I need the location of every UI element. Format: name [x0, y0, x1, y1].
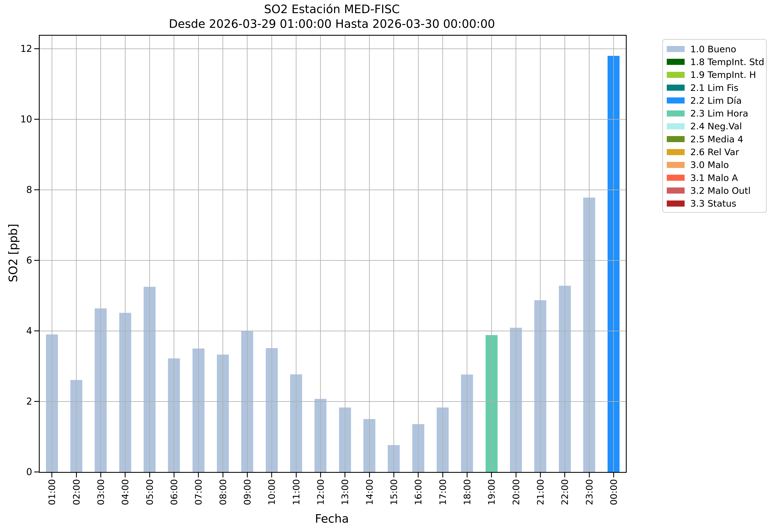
legend-swatch [667, 110, 685, 117]
legend-label: 2.3 Lim Hora [690, 108, 748, 118]
x-tick-21:00 [540, 473, 541, 477]
legend-label: 3.0 Malo [690, 160, 729, 170]
x-tick-04:00 [125, 473, 126, 477]
x-tick-23:00 [589, 473, 590, 477]
x-grid-line-17:00 [442, 36, 443, 472]
x-grid-line-23:00 [589, 36, 590, 472]
x-tick-12:00 [320, 473, 321, 477]
x-tick-label-06:00: 06:00 [169, 479, 179, 505]
x-tick-label-19:00: 19:00 [486, 479, 497, 505]
x-tick-label-23:00: 23:00 [584, 479, 595, 505]
x-tick-00:00 [613, 473, 614, 477]
y-tick-6 [34, 260, 39, 261]
y-tick-label-10: 10 [3, 114, 32, 125]
legend-label: 2.4 Neg.Val [690, 121, 742, 131]
legend-label: 2.2 Lim Día [690, 96, 742, 106]
x-tick-label-12:00: 12:00 [315, 479, 326, 505]
legend-label: 2.1 Lim Fis [690, 83, 738, 93]
x-grid-line-20:00 [516, 36, 516, 472]
x-tick-17:00 [442, 473, 443, 477]
y-tick-label-8: 8 [3, 184, 32, 195]
x-grid-line-00:00 [613, 36, 614, 472]
x-tick-label-21:00: 21:00 [535, 479, 546, 505]
y-tick-label-12: 12 [3, 43, 32, 54]
x-tick-10:00 [271, 473, 272, 477]
x-grid-line-07:00 [198, 36, 199, 472]
x-tick-05:00 [149, 473, 150, 477]
x-tick-label-09:00: 09:00 [242, 479, 253, 505]
legend-swatch [667, 59, 685, 65]
legend-swatch [667, 46, 685, 52]
legend-label: 3.3 Status [690, 198, 736, 208]
legend-swatch [667, 97, 685, 104]
legend-item-2.1-lim-fis: 2.1 Lim Fis [667, 81, 762, 94]
legend: 1.0 Bueno1.8 TempInt. Std1.9 TempInt. H2… [662, 39, 767, 213]
x-grid-line-11:00 [296, 36, 296, 472]
legend-swatch [667, 123, 685, 129]
x-tick-01:00 [51, 473, 52, 477]
x-tick-label-10:00: 10:00 [266, 479, 277, 505]
legend-swatch [667, 72, 685, 78]
legend-item-2.4-neg.val: 2.4 Neg.Val [667, 120, 762, 133]
legend-label: 1.0 Bueno [690, 44, 736, 54]
x-tick-label-14:00: 14:00 [364, 479, 375, 505]
x-grid-line-18:00 [467, 36, 467, 472]
x-tick-16:00 [418, 473, 419, 477]
x-tick-22:00 [564, 473, 565, 477]
y-tick-10 [34, 119, 39, 120]
x-tick-07:00 [198, 473, 199, 477]
x-tick-14:00 [369, 473, 370, 477]
x-tick-09:00 [247, 473, 248, 477]
legend-item-1.9-tempint.-h: 1.9 TempInt. H [667, 68, 762, 81]
x-tick-02:00 [76, 473, 77, 477]
legend-label: 2.5 Media 4 [690, 134, 743, 144]
x-tick-03:00 [100, 473, 101, 477]
y-tick-12 [34, 48, 39, 49]
figure: SO2 Estación MED-FISC Desde 2026-03-29 0… [0, 0, 773, 532]
x-tick-13:00 [345, 473, 345, 477]
x-tick-label-05:00: 05:00 [144, 479, 155, 505]
y-tick-label-2: 2 [3, 396, 32, 407]
x-grid-line-22:00 [565, 36, 565, 472]
y-grid-line-12 [40, 48, 626, 49]
x-tick-label-03:00: 03:00 [96, 479, 106, 505]
y-grid-line-6 [40, 260, 626, 261]
legend-label: 3.1 Malo A [690, 173, 738, 183]
legend-item-2.5-media-4: 2.5 Media 4 [667, 133, 762, 145]
y-tick-label-4: 4 [3, 325, 32, 337]
legend-item-1.0-bueno: 1.0 Bueno [667, 43, 762, 55]
legend-swatch [667, 187, 685, 194]
legend-swatch [667, 136, 685, 142]
x-tick-label-02:00: 02:00 [71, 479, 82, 505]
x-tick-18:00 [467, 473, 468, 477]
legend-swatch [667, 175, 685, 181]
y-tick-4 [34, 330, 39, 331]
y-tick-0 [34, 472, 39, 472]
legend-label: 2.6 Rel Var [690, 147, 739, 157]
x-tick-label-04:00: 04:00 [120, 479, 130, 505]
x-tick-label-15:00: 15:00 [389, 479, 399, 505]
x-tick-label-08:00: 08:00 [218, 479, 228, 505]
x-tick-label-16:00: 16:00 [413, 479, 423, 505]
legend-item-3.0-malo: 3.0 Malo [667, 159, 762, 171]
x-tick-label-17:00: 17:00 [438, 479, 448, 505]
legend-item-3.3-status: 3.3 Status [667, 197, 762, 210]
x-tick-11:00 [296, 473, 297, 477]
legend-label: 1.9 TempInt. H [690, 70, 756, 80]
x-grid-line-16:00 [418, 36, 419, 472]
legend-item-3.2-malo-outl: 3.2 Malo Outl [667, 184, 762, 197]
y-tick-label-0: 0 [3, 466, 32, 478]
x-tick-label-07:00: 07:00 [193, 479, 204, 505]
x-grid-line-21:00 [540, 36, 541, 472]
legend-swatch [667, 162, 685, 168]
legend-swatch [667, 200, 685, 207]
x-grid-line-05:00 [149, 36, 150, 472]
y-grid-line-2 [40, 401, 626, 402]
legend-item-2.3-lim-hora: 2.3 Lim Hora [667, 107, 762, 120]
x-tick-19:00 [491, 473, 492, 477]
x-grid-line-15:00 [393, 36, 394, 472]
x-tick-label-13:00: 13:00 [340, 479, 350, 505]
y-tick-8 [34, 189, 39, 190]
x-grid-line-19:00 [491, 36, 492, 472]
x-grid-line-04:00 [125, 36, 126, 472]
